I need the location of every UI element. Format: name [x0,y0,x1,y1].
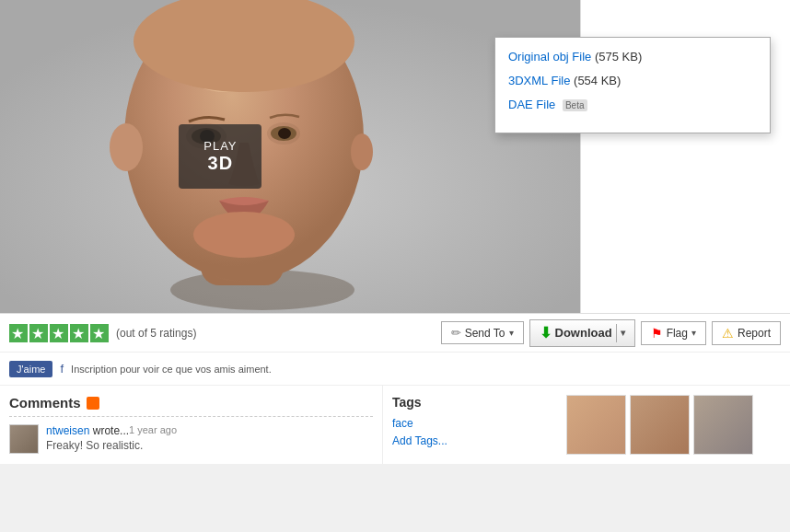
fb-text: Inscription pour voir ce que vos amis ai… [71,364,272,375]
svg-point-4 [110,123,143,171]
comment-content: ntweisen wrote... 1 year ago Freaky! So … [46,424,177,454]
tag-face[interactable]: face [392,417,552,430]
star-3 [50,324,68,342]
add-tags-link[interactable]: Add Tags... [392,434,447,447]
thumbnails-section [562,386,790,464]
warning-icon: ⚠ [722,326,734,341]
xml-label: 3DXML File [508,74,570,87]
play-3d-button[interactable]: PLAY 3D [179,124,261,189]
download-chevron: ▾ [621,328,625,338]
send-to-chevron: ▾ [509,328,514,338]
download-arrow-icon: ⬇ [540,324,552,341]
thumb-3[interactable] [693,395,753,455]
svg-point-11 [278,128,291,139]
obj-label: Original obj File [508,50,591,64]
main-content: Comments ntweisen wrote... 1 year ago Fr… [0,386,790,464]
comment-date: 1 year ago [129,424,177,435]
social-bar: J'aime f Inscription pour voir ce que vo… [0,353,790,386]
comment-action: wrote... [93,424,129,437]
tags-header: Tags [392,395,552,410]
svg-point-12 [193,212,295,258]
play-label: PLAY [203,139,237,153]
download-button[interactable]: ⬇ Download ▾ [529,319,635,347]
ratings-bar: (out of 5 ratings) ✏ Send To ▾ ⬇ Downloa… [0,314,790,353]
flag-label: Flag [667,327,688,340]
ratings-text: (out of 5 ratings) [116,327,196,340]
author-link[interactable]: ntweisen [46,424,89,437]
star-2 [29,324,48,342]
download-dae-link[interactable]: DAE File Beta [508,97,757,113]
pencil-icon: ✏ [451,326,461,340]
head-model [0,0,580,313]
send-to-button[interactable]: ✏ Send To ▾ [441,321,524,344]
flag-chevron: ▾ [691,328,696,338]
author-line: ntweisen wrote... 1 year ago [46,424,177,437]
comments-header: Comments [9,395,373,417]
rss-icon [87,397,99,410]
action-buttons: ✏ Send To ▾ ⬇ Download ▾ ⚑ Flag ▾ ⚠ [441,319,781,347]
download-dropdown: Original obj File (575 KB) 3DXML File (5… [494,37,771,133]
jaime-label: J'aime [17,364,45,375]
download-label: Download [555,326,612,340]
send-to-label: Send To [465,327,505,340]
fb-icon: f [60,362,64,376]
avatar [9,424,39,454]
thumb-2[interactable] [630,395,690,455]
comments-title: Comments [9,395,81,411]
jaime-button[interactable]: J'aime [9,361,52,377]
download-3dxml-link[interactable]: 3DXML File (554 KB) [508,73,757,89]
report-button[interactable]: ⚠ Report [712,321,781,345]
tags-section: Tags face Add Tags... [382,386,562,464]
star-5 [90,324,109,342]
beta-badge: Beta [563,99,587,111]
comments-section: Comments ntweisen wrote... 1 year ago Fr… [0,386,382,464]
viewer-panel: PLAY 3D [0,0,580,313]
bottom-section: (out of 5 ratings) ✏ Send To ▾ ⬇ Downloa… [0,313,790,464]
svg-point-5 [351,133,373,170]
comment-item: ntweisen wrote... 1 year ago Freaky! So … [9,424,373,454]
download-obj-link[interactable]: Original obj File (575 KB) [508,49,757,65]
comment-text: Freaky! So realistic. [46,439,177,452]
btn-divider [616,324,617,342]
flag-button[interactable]: ⚑ Flag ▾ [641,321,706,345]
flag-icon: ⚑ [651,326,663,341]
xml-size: (554 KB) [574,74,621,87]
thumb-1[interactable] [566,395,626,455]
star-rating [9,324,109,342]
star-4 [70,324,88,342]
dae-label: DAE File [508,98,555,111]
report-label: Report [738,327,771,340]
obj-size: (575 KB) [595,50,642,64]
star-1 [9,324,28,342]
three-d-label: 3D [208,153,234,174]
